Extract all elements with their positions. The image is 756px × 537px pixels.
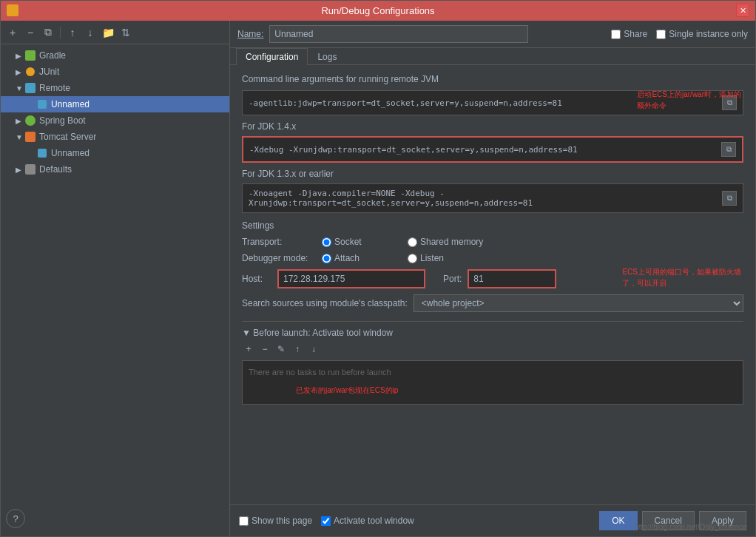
copy-config-button[interactable]: ⧉ <box>41 25 55 40</box>
arrow-icon: ▶ <box>16 166 24 174</box>
transport-shared-label[interactable]: Shared memory <box>408 237 483 247</box>
app-icon <box>7 4 18 16</box>
arrow-icon: ▶ <box>16 68 24 76</box>
transport-shared-text: Shared memory <box>420 237 483 247</box>
add-config-button[interactable]: + <box>5 25 20 40</box>
jdk13-value: -Xnoagent -Djava.compiler=NONE -Xdebug -… <box>249 189 716 208</box>
sidebar-item-springboot[interactable]: ▶ Spring Boot <box>1 112 229 129</box>
sidebar-item-tomcat-unnamed[interactable]: Unnamed <box>1 145 229 161</box>
before-launch-edit-button[interactable]: ✎ <box>274 342 288 356</box>
sidebar-item-remote[interactable]: ▼ Remote <box>1 80 229 96</box>
name-bar: Name: Share Single instance only <box>230 21 755 48</box>
transport-socket-radio[interactable] <box>322 237 331 247</box>
remove-config-button[interactable]: − <box>23 25 38 40</box>
ok-button[interactable]: OK <box>599 511 637 530</box>
transport-socket-label[interactable]: Socket <box>322 237 396 247</box>
debugger-mode-row: Debugger mode: Attach Listen <box>242 253 743 263</box>
arrow-icon: ▶ <box>16 52 24 60</box>
activate-window-label: Activate tool window <box>334 516 414 526</box>
before-launch-title: ▼ Before launch: Activate tool window <box>242 328 393 338</box>
debugger-listen-text: Listen <box>420 253 444 263</box>
copy-jdk14-button[interactable]: ⧉ <box>721 142 736 157</box>
before-launch-header: ▼ Before launch: Activate tool window <box>242 328 743 338</box>
before-launch-remove-button[interactable]: − <box>258 342 271 356</box>
sidebar-item-junit[interactable]: ▶ JUnit <box>1 64 229 80</box>
junit-icon <box>24 66 36 78</box>
title-bar: Run/Debug Configurations ✕ <box>1 1 755 21</box>
config-icon <box>36 147 48 159</box>
debugger-listen-label[interactable]: Listen <box>408 253 482 263</box>
sidebar-item-tomcat[interactable]: ▼ Tomcat Server <box>1 129 229 145</box>
arrow-icon: ▼ <box>16 84 24 92</box>
gradle-icon <box>24 50 36 61</box>
defaults-icon <box>24 163 36 175</box>
single-instance-checkbox-label[interactable]: Single instance only <box>656 29 748 39</box>
folder-button[interactable]: 📁 <box>101 25 115 40</box>
debugger-mode-label: Debugger mode: <box>242 253 316 263</box>
bottom-right: OK Cancel Apply <box>599 511 746 530</box>
name-input[interactable] <box>269 25 528 43</box>
copy-command-button[interactable]: ⧉ <box>722 95 737 110</box>
remote-icon <box>24 82 36 94</box>
sidebar-item-label: Gradle <box>39 50 66 61</box>
transport-shared-radio[interactable] <box>408 237 417 247</box>
before-launch-move-down-button[interactable]: ↓ <box>307 342 320 356</box>
command-line-block: -agentlib:jdwp=transport=dt_socket,serve… <box>242 90 743 115</box>
sidebar-item-gradle[interactable]: ▶ Gradle <box>1 47 229 64</box>
before-launch-move-up-button[interactable]: ↑ <box>291 342 304 356</box>
activate-window-checkbox[interactable] <box>321 516 331 526</box>
share-checkbox-label[interactable]: Share <box>611 29 647 39</box>
copy-jdk13-button[interactable]: ⧉ <box>722 191 737 206</box>
show-page-label: Show this page <box>252 516 312 526</box>
port-input[interactable] <box>468 269 556 288</box>
help-icon[interactable]: ? <box>6 509 25 528</box>
before-launch-content: There are no tasks to run before launch <box>242 360 743 405</box>
move-down-button[interactable]: ↓ <box>83 25 98 40</box>
port-label: Port: <box>443 274 462 284</box>
before-launch-section: ▼ Before launch: Activate tool window + … <box>242 321 743 405</box>
debugger-mode-radio-group: Attach Listen <box>322 253 482 263</box>
before-launch-add-button[interactable]: + <box>242 342 255 356</box>
cancel-button[interactable]: Cancel <box>642 511 695 530</box>
no-tasks-text: There are no tasks to run before launch <box>249 368 391 376</box>
single-instance-checkbox[interactable] <box>656 30 666 39</box>
tab-configuration[interactable]: Configuration <box>236 48 308 65</box>
top-bar-right: Share Single instance only <box>611 29 748 39</box>
jdk14-label: For JDK 1.4.x <box>242 121 743 132</box>
arrow-icon: ▼ <box>16 133 24 141</box>
close-button[interactable]: ✕ <box>736 4 749 17</box>
sidebar-tree: ▶ Gradle ▶ JUnit ▼ Remote <box>1 44 229 536</box>
sidebar-item-label: JUnit <box>39 67 59 77</box>
sidebar-item-defaults[interactable]: ▶ Defaults <box>1 161 229 178</box>
apply-button[interactable]: Apply <box>699 511 746 530</box>
share-label: Share <box>624 29 647 39</box>
sidebar-item-label: Defaults <box>39 164 72 175</box>
classpath-row: Search sources using module's classpath:… <box>242 294 743 312</box>
toolbar-separator <box>60 27 61 38</box>
debugger-attach-radio[interactable] <box>322 254 331 263</box>
debugger-attach-label[interactable]: Attach <box>322 253 396 263</box>
sidebar-item-remote-unnamed[interactable]: Unnamed <box>1 96 229 112</box>
jdk13-block: -Xnoagent -Djava.compiler=NONE -Xdebug -… <box>242 183 743 213</box>
move-up-button[interactable]: ↑ <box>65 25 80 40</box>
host-label: Host: <box>242 274 271 284</box>
bottom-left: Show this page Activate tool window <box>239 516 414 526</box>
main-panel: Name: Share Single instance only <box>230 21 755 536</box>
sidebar-item-label: Tomcat Server <box>39 132 96 142</box>
config-content: Command line arguments for running remot… <box>230 65 755 504</box>
config-icon <box>36 98 48 110</box>
settings-section: Settings Transport: Socket <box>242 220 743 288</box>
show-page-checkbox[interactable] <box>239 516 249 526</box>
tab-logs[interactable]: Logs <box>308 48 346 65</box>
activate-window-checkbox-label[interactable]: Activate tool window <box>321 516 414 526</box>
debugger-attach-text: Attach <box>334 253 360 263</box>
help-button[interactable]: ? <box>6 509 25 528</box>
show-page-checkbox-label[interactable]: Show this page <box>239 516 312 526</box>
transport-radio-group: Socket Shared memory <box>322 237 483 247</box>
classpath-select[interactable]: <whole project> <box>414 294 743 312</box>
share-checkbox[interactable] <box>611 30 621 39</box>
sort-button[interactable]: ⇅ <box>118 25 133 40</box>
sidebar: + − ⧉ ↑ ↓ 📁 ⇅ ▶ Gradle <box>1 21 230 536</box>
debugger-listen-radio[interactable] <box>408 254 417 263</box>
host-input[interactable] <box>277 269 425 288</box>
